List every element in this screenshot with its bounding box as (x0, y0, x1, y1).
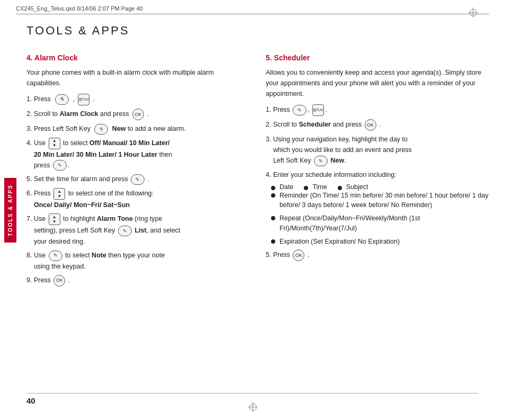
new-soft-key-icon: ✎ (94, 124, 108, 135)
r-8tuv-key: 8TUV (312, 104, 324, 116)
page-number: 40 (26, 396, 35, 405)
bullet-subject-text: Subject (346, 183, 368, 191)
step-6-content: 6. Press ▲▼ to select one of the followi… (26, 188, 154, 210)
sidebar-tab: TOOLS & APPS (4, 178, 16, 243)
bullet-date-text: Date (279, 183, 293, 191)
crosshair-bottom (248, 402, 257, 412)
step-7: 7. Use ▲▼ to highlight Alarm Tone (ring … (26, 213, 250, 247)
bullet-dot-date (271, 186, 275, 190)
8tuv-key-icon: 8TUV (78, 94, 89, 105)
bullet-dot-expiration (271, 239, 275, 244)
step-5: 5. Set the time for alarm and press ✎ . (26, 174, 250, 185)
right-step-5-content: 5. Press OK . (266, 249, 309, 261)
right-step-5: 5. Press OK . (266, 249, 489, 261)
bottom-line (26, 393, 479, 394)
right-step-2: 2. Scroll to Scheduler and press OK . (266, 119, 489, 131)
page-heading: TOOLS & APPS (26, 24, 489, 38)
nav-icon-step6: ▲▼ (53, 188, 65, 200)
step-9-content: 9. Press OK . (26, 275, 70, 287)
r-ok-final-icon: OK (293, 249, 304, 261)
ok-final-icon: OK (53, 275, 65, 287)
step-7-content: 7. Use ▲▼ to highlight Alarm Tone (ring … (26, 213, 181, 247)
left-sidebar: TOOLS & APPS (0, 0, 20, 420)
step-9: 9. Press OK . (26, 275, 250, 287)
step-1-number: 1. Press (26, 94, 51, 104)
right-step-3: 3. Using your navigation key, highlight … (266, 134, 489, 166)
step-2-number: 2. Scroll to Alarm Clock and press (26, 109, 129, 119)
step-3: 3. Press Left Soft Key ✎ New to add a ne… (26, 123, 250, 135)
step-2-period: . (147, 109, 149, 119)
bullet-cols: Date Time Subject (271, 183, 489, 191)
bullet-dot-time (304, 186, 308, 190)
bullet-time: Time (304, 183, 327, 191)
page: CX245_Eng_Telus.qxd 8/14/06 2:07 PM Page… (0, 0, 505, 420)
columns: 4. Alarm Clock Your phone comes with a b… (26, 53, 489, 290)
top-bar: CX245_Eng_Telus.qxd 8/14/06 2:07 PM Page… (16, 5, 489, 14)
right-step-4: 4. Enter your schedule information inclu… (266, 169, 489, 180)
crosshair-top-right (468, 7, 477, 17)
col-right: 5. Scheduler Allows you to conveniently … (266, 53, 489, 290)
note-icon: ✎ (49, 251, 62, 261)
set-alarm-icon: ✎ (131, 174, 145, 185)
right-step-3-content: 3. Using your navigation key, highlight … (266, 134, 412, 166)
col-left: 4. Alarm Clock Your phone comes with a b… (26, 53, 250, 290)
right-section-heading: 5. Scheduler (266, 53, 489, 62)
step-5-content: 5. Set the time for alarm and press ✎ . (26, 174, 149, 185)
ok-oval-icon: ✎ (53, 160, 67, 171)
top-bar-text: CX245_Eng_Telus.qxd 8/14/06 2:07 PM Page… (16, 5, 143, 12)
r-menu-key: ✎ (293, 105, 306, 115)
bullet-repeat-text: Repeat (Once/Daily/Mon~Fri/Weekly/Month … (279, 213, 489, 234)
bullet-subject: Subject (338, 183, 368, 191)
bullet-repeat: Repeat (Once/Daily/Mon~Fri/Weekly/Month … (271, 213, 489, 234)
right-step-1-content: 1. Press ✎, 8TUV. (266, 104, 327, 116)
bullet-date: Date (271, 183, 293, 191)
bullet-reminder: Reminder (On Time/ 15 min before/ 30 min… (271, 191, 489, 211)
main-content: TOOLS & APPS 4. Alarm Clock Your phone c… (26, 19, 489, 388)
step-8-content: 8. Use ✎ to select Note then type your n… (26, 250, 165, 272)
bullet-dot-repeat (271, 216, 275, 220)
step-8: 8. Use ✎ to select Note then type your n… (26, 250, 250, 272)
bullet-list: Date Time Subject (271, 183, 489, 247)
bullet-expiration: Expiration (Set Expiration/ No Expiratio… (271, 237, 489, 247)
step-1-comma: , (73, 94, 75, 104)
r-ok-icon: OK (365, 119, 376, 131)
bullet-time-text: Time (312, 183, 327, 191)
step-2: 2. Scroll to Alarm Clock and press OK . (26, 109, 250, 120)
list-soft-key: ✎ (118, 226, 132, 236)
nav-icon-step4: ▲▼ (49, 138, 60, 149)
ok-button-icon: OK (132, 109, 144, 120)
step-4-content: 4. Use ▲▼ to select Off/ Manual/ 10 Min … (26, 138, 172, 171)
step-1-period: . (93, 94, 94, 104)
left-section-heading: 4. Alarm Clock (26, 53, 250, 62)
step-6: 6. Press ▲▼ to select one of the followi… (26, 188, 250, 210)
step-4: 4. Use ▲▼ to select Off/ Manual/ 10 Min … (26, 138, 250, 171)
menu-key-icon: ✎ (55, 94, 69, 105)
bullet-dot-subject (338, 186, 342, 190)
step-1: 1. Press ✎ , 8TUV . (26, 94, 250, 105)
bullet-reminder-text: Reminder (On Time/ 15 min before/ 30 min… (279, 191, 489, 211)
nav-icon-step7: ▲▼ (49, 213, 60, 225)
right-section-intro: Allows you to conveniently keep and acce… (266, 67, 489, 99)
right-step-2-content: 2. Scroll to Scheduler and press OK . (266, 119, 381, 131)
right-step-1: 1. Press ✎, 8TUV. (266, 104, 489, 116)
r-new-soft-key: ✎ (314, 156, 328, 166)
step-1-icon1: ✎ (53, 94, 71, 105)
step-3-content: 3. Press Left Soft Key ✎ New to add a ne… (26, 123, 186, 135)
bullet-expiration-text: Expiration (Set Expiration/ No Expiratio… (279, 237, 400, 247)
right-step-4-content: 4. Enter your schedule information inclu… (266, 169, 396, 180)
bullet-dot-reminder (271, 193, 275, 198)
left-section-intro: Your phone comes with a built-in alarm c… (26, 67, 250, 88)
